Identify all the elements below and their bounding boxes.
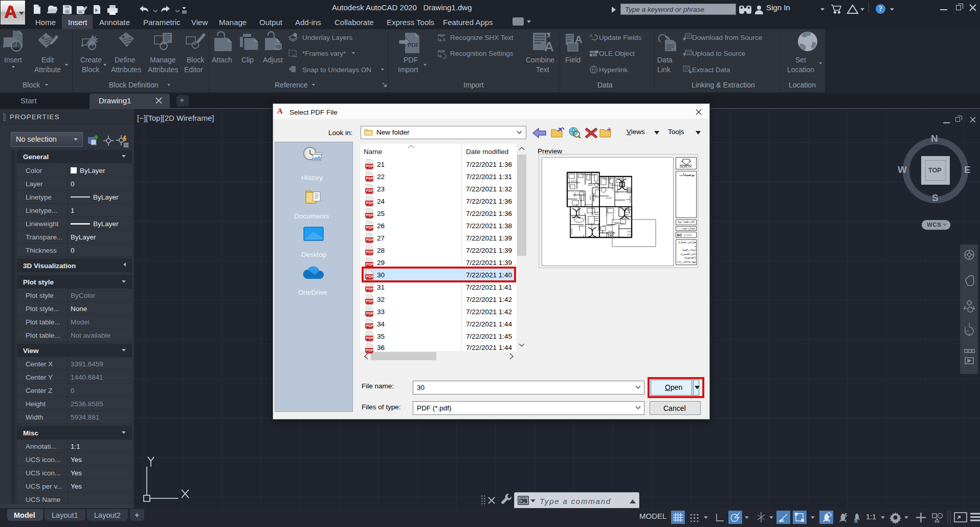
svg-text:A: A	[589, 33, 593, 38]
svg-text:PDF: PDF	[408, 42, 419, 48]
svg-text:NORTH: NORTH	[680, 165, 692, 168]
svg-text:(x): (x)	[293, 54, 297, 58]
svg-text:PDF: PDF	[438, 50, 446, 53]
svg-text:A: A	[854, 518, 858, 524]
svg-text:A: A	[544, 39, 554, 54]
svg-text:A: A	[575, 34, 582, 45]
svg-text:PDF: PDF	[438, 34, 446, 37]
svg-text:A: A	[442, 37, 446, 42]
